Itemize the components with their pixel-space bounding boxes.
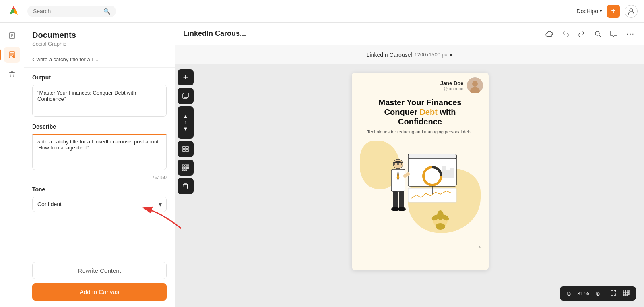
svg-rect-36 bbox=[442, 166, 446, 178]
more-options-button[interactable]: ··· bbox=[625, 27, 636, 40]
svg-line-47 bbox=[405, 174, 408, 176]
card-illustration bbox=[352, 137, 489, 241]
search-input[interactable] bbox=[33, 8, 100, 15]
card-title-part2: with bbox=[438, 108, 456, 116]
canvas-search-button[interactable] bbox=[592, 29, 603, 39]
brand-name[interactable]: DocHipo ▾ bbox=[576, 8, 602, 15]
brand-chevron-icon: ▾ bbox=[600, 8, 602, 14]
search-bar[interactable]: 🔍 bbox=[27, 6, 116, 17]
breadcrumb-text: write a catchy title for a Li... bbox=[37, 56, 100, 62]
card-title-line1: Master Your Finances bbox=[360, 97, 481, 107]
grid-view2-button[interactable] bbox=[178, 160, 194, 176]
breadcrumb-chevron-icon: ‹ bbox=[32, 56, 34, 62]
svg-rect-22 bbox=[182, 165, 184, 166]
sidebar-item-ai[interactable]: ✦ bbox=[4, 47, 20, 63]
card-subtitle: Techniques for reducing and managing per… bbox=[360, 129, 481, 135]
grid-toggle-button[interactable] bbox=[621, 289, 631, 298]
svg-rect-24 bbox=[187, 165, 189, 166]
panel-subtitle: Social Graphic bbox=[32, 41, 167, 47]
icon-bar: ✦ bbox=[0, 23, 24, 307]
figure-illustration bbox=[376, 142, 464, 236]
canvas-area: LinkedIn Carous... bbox=[175, 23, 644, 307]
tone-label: Tone bbox=[32, 186, 167, 193]
svg-rect-18 bbox=[183, 146, 185, 149]
fullscreen-button[interactable] bbox=[609, 289, 618, 298]
add-to-canvas-button[interactable]: Add to Canvas bbox=[32, 283, 167, 301]
canvas-header-right: ··· bbox=[543, 27, 636, 40]
zoom-separator bbox=[605, 290, 605, 297]
user-avatar[interactable] bbox=[625, 5, 638, 18]
add-element-button[interactable]: + bbox=[178, 69, 194, 85]
svg-rect-48 bbox=[393, 191, 398, 209]
card-user-handle: @janedoe bbox=[440, 86, 464, 91]
left-panel: Documents Social Graphic ‹ write a catch… bbox=[24, 23, 175, 307]
duplicate-button[interactable] bbox=[178, 88, 194, 104]
card-title-line2: Conquer Debt with bbox=[360, 107, 481, 117]
grid-view-button[interactable] bbox=[178, 141, 194, 157]
svg-rect-63 bbox=[623, 295, 625, 296]
svg-rect-58 bbox=[626, 290, 628, 292]
canvas-content: Jane Doe @janedoe bbox=[196, 64, 644, 307]
svg-rect-19 bbox=[186, 146, 188, 149]
panel-header: Documents Social Graphic bbox=[24, 23, 175, 51]
svg-rect-34 bbox=[408, 154, 456, 159]
card-arrow-icon: → bbox=[475, 243, 482, 251]
zoom-in-button[interactable]: ⊕ bbox=[594, 290, 602, 298]
card-arrow-row: → bbox=[352, 241, 489, 255]
panel-breadcrumb[interactable]: ‹ write a catchy title for a Li... bbox=[24, 51, 175, 68]
svg-rect-59 bbox=[628, 290, 629, 292]
svg-rect-25 bbox=[182, 167, 184, 169]
describe-section: Describe write a catchy title for a Link… bbox=[32, 123, 167, 172]
svg-point-51 bbox=[398, 207, 406, 211]
page-up-icon: ▲ bbox=[183, 113, 188, 119]
search-icon: 🔍 bbox=[103, 8, 110, 15]
sidebar-item-trash[interactable] bbox=[4, 66, 20, 82]
tone-select[interactable]: Confident Formal Casual Inspirational Pr… bbox=[32, 197, 167, 212]
output-label: Output bbox=[32, 74, 167, 81]
zoom-out-button[interactable]: ⊖ bbox=[565, 290, 573, 298]
svg-line-15 bbox=[599, 35, 601, 37]
redo-button[interactable] bbox=[576, 29, 587, 39]
svg-rect-26 bbox=[185, 167, 187, 169]
nav-right: DocHipo ▾ + bbox=[576, 5, 638, 18]
canvas-body: + ▲ 1 ▼ bbox=[175, 64, 644, 307]
svg-rect-64 bbox=[626, 295, 628, 296]
sidebar-item-documents[interactable] bbox=[4, 27, 20, 44]
tone-wrapper: Confident Formal Casual Inspirational Pr… bbox=[32, 197, 167, 212]
svg-rect-27 bbox=[187, 167, 189, 169]
svg-point-31 bbox=[472, 81, 478, 87]
svg-rect-23 bbox=[185, 165, 187, 166]
main-layout: ✦ Documents Social Graphic ‹ write a cat… bbox=[0, 23, 644, 307]
save-cloud-button[interactable] bbox=[543, 28, 555, 39]
comment-button[interactable] bbox=[609, 29, 619, 39]
bottom-bar: ⊖ 31 % ⊕ bbox=[560, 286, 636, 301]
svg-rect-20 bbox=[183, 149, 185, 152]
linkedin-card[interactable]: Jane Doe @janedoe bbox=[352, 73, 489, 270]
card-main-text: Master Your Finances Conquer Debt with C… bbox=[352, 95, 489, 137]
panel-title: Documents bbox=[32, 31, 167, 40]
logo[interactable] bbox=[6, 4, 21, 19]
canvas-size-chevron-icon[interactable]: ▾ bbox=[450, 52, 452, 58]
svg-rect-62 bbox=[628, 292, 629, 295]
svg-point-53 bbox=[436, 223, 445, 230]
right-toolbar: + ▲ 1 ▼ bbox=[175, 64, 196, 307]
describe-label: Describe bbox=[32, 123, 167, 130]
describe-textarea[interactable]: write a catchy title for a LinkedIn caro… bbox=[32, 134, 167, 170]
card-header-row: Jane Doe @janedoe bbox=[352, 73, 489, 95]
delete-element-button[interactable] bbox=[178, 178, 194, 194]
page-number: 1 bbox=[184, 120, 187, 125]
svg-rect-38 bbox=[450, 168, 454, 178]
rewrite-content-button[interactable]: Rewrite Content bbox=[32, 262, 167, 279]
svg-rect-57 bbox=[623, 290, 625, 292]
svg-rect-61 bbox=[626, 292, 628, 295]
add-new-button[interactable]: + bbox=[607, 5, 620, 18]
page-nav-button[interactable]: ▲ 1 ▼ bbox=[178, 106, 194, 139]
page-down-icon: ▼ bbox=[183, 126, 188, 132]
canvas-toolbar-row: LinkedIn Carousel 1200x1500 px ▾ bbox=[175, 45, 644, 64]
svg-rect-49 bbox=[399, 191, 404, 209]
panel-footer: Rewrite Content Add to Canvas bbox=[24, 257, 175, 307]
canvas-title: LinkedIn Carous... bbox=[183, 29, 246, 38]
undo-button[interactable] bbox=[560, 29, 571, 39]
zoom-value: 31 % bbox=[576, 290, 590, 297]
top-nav: 🔍 DocHipo ▾ + bbox=[0, 0, 644, 23]
